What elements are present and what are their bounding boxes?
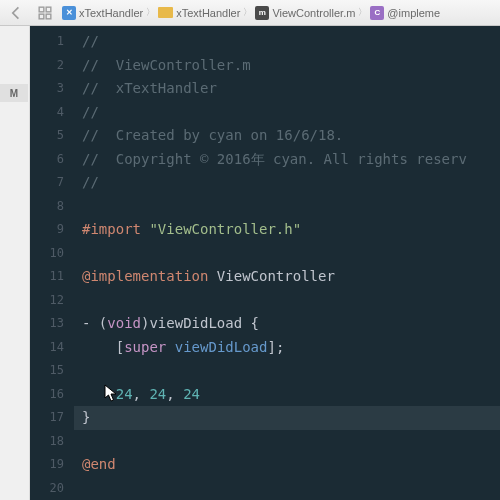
code-text: // [82, 104, 99, 120]
code-text: 24 [183, 386, 200, 402]
grid-icon[interactable] [34, 4, 56, 22]
line-number[interactable]: 7 [30, 171, 64, 195]
folder-icon [158, 7, 173, 18]
breadcrumb-label: xTextHandler [176, 7, 240, 19]
line-number[interactable]: 15 [30, 359, 64, 383]
symbol-icon: C [370, 6, 384, 20]
code-text: - ( [82, 315, 107, 331]
code-text [82, 386, 116, 402]
line-gutter[interactable]: 1 2 3 4 5 6 7 8 9 10 11 12 13 14 15 16 1… [30, 26, 74, 500]
code-text: , [133, 386, 150, 402]
project-icon: ✕ [62, 6, 76, 20]
breadcrumb-label: ViewController.m [272, 7, 355, 19]
line-number[interactable]: 6 [30, 148, 64, 172]
code-text: // xTextHandler [82, 80, 217, 96]
chevron-right-icon: 〉 [146, 6, 155, 19]
code-text: @end [82, 456, 116, 472]
line-number[interactable]: 16 [30, 383, 64, 407]
code-text: } [82, 409, 90, 425]
code-editor[interactable]: 1 2 3 4 5 6 7 8 9 10 11 12 13 14 15 16 1… [30, 26, 500, 500]
code-text: viewDidLoad [175, 339, 268, 355]
left-sidebar: M [0, 26, 30, 500]
breadcrumb[interactable]: ✕ xTextHandler 〉 xTextHandler 〉 m ViewCo… [62, 6, 494, 20]
breadcrumb-folder[interactable]: xTextHandler [158, 7, 240, 19]
back-icon[interactable] [6, 4, 28, 22]
svg-rect-2 [39, 14, 44, 19]
svg-rect-1 [46, 7, 51, 12]
line-number[interactable]: 18 [30, 430, 64, 454]
sidebar-tab-m[interactable]: M [0, 84, 28, 102]
code-text: void [107, 315, 141, 331]
line-number[interactable]: 4 [30, 101, 64, 125]
line-number[interactable]: 11 [30, 265, 64, 289]
code-text: "ViewController.h" [149, 221, 301, 237]
chevron-right-icon: 〉 [243, 6, 252, 19]
line-number[interactable]: 13 [30, 312, 64, 336]
svg-rect-0 [39, 7, 44, 12]
line-number[interactable]: 5 [30, 124, 64, 148]
file-m-icon: m [255, 6, 269, 20]
code-text: ]; [267, 339, 284, 355]
code-text: @implementation [82, 268, 208, 284]
code-text: ViewController [208, 268, 334, 284]
code-area[interactable]: // // ViewController.m // xTextHandler /… [74, 26, 500, 500]
line-number[interactable]: 20 [30, 477, 64, 501]
line-number[interactable]: 2 [30, 54, 64, 78]
code-text: // ViewController.m [82, 57, 251, 73]
line-number[interactable]: 14 [30, 336, 64, 360]
line-number[interactable]: 8 [30, 195, 64, 219]
line-number[interactable]: 9 [30, 218, 64, 242]
line-number[interactable]: 12 [30, 289, 64, 313]
breadcrumb-file[interactable]: m ViewController.m [255, 6, 355, 20]
code-text: // [82, 174, 99, 190]
breadcrumb-project[interactable]: ✕ xTextHandler [62, 6, 143, 20]
breadcrumb-symbol[interactable]: C @impleme [370, 6, 440, 20]
line-number[interactable]: 3 [30, 77, 64, 101]
breadcrumb-label: xTextHandler [79, 7, 143, 19]
current-line-highlight [74, 406, 500, 430]
code-text: )viewDidLoad { [141, 315, 259, 331]
chevron-right-icon: 〉 [358, 6, 367, 19]
code-text: #import [82, 221, 149, 237]
breadcrumb-label: @impleme [387, 7, 440, 19]
code-text: // [82, 33, 99, 49]
code-text: // Created by cyan on 16/6/18. [82, 127, 343, 143]
line-number[interactable]: 17 [30, 406, 64, 430]
line-number[interactable]: 19 [30, 453, 64, 477]
line-number[interactable]: 1 [30, 30, 64, 54]
code-text: 24 [116, 386, 133, 402]
code-text: 24 [149, 386, 166, 402]
code-text: // Copyright © 2016年 cyan. All rights re… [82, 151, 467, 167]
svg-rect-3 [46, 14, 51, 19]
code-text [166, 339, 174, 355]
line-number[interactable]: 10 [30, 242, 64, 266]
top-toolbar: ✕ xTextHandler 〉 xTextHandler 〉 m ViewCo… [0, 0, 500, 26]
code-text: , [166, 386, 183, 402]
code-text: [ [82, 339, 124, 355]
code-text: super [124, 339, 166, 355]
